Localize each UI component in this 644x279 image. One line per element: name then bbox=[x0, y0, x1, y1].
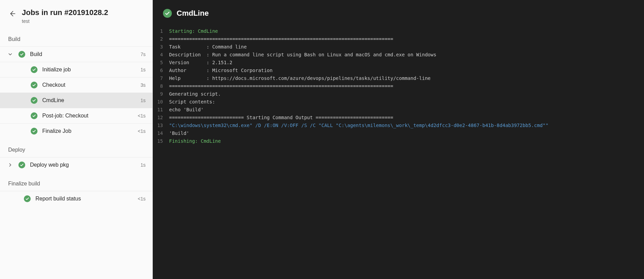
line-number: 12 bbox=[153, 114, 169, 122]
job-label: Report build status bbox=[35, 196, 133, 202]
chevron-right-icon[interactable] bbox=[7, 162, 14, 168]
line-text: ========================== Starting Comm… bbox=[169, 114, 393, 122]
log-line: 2=======================================… bbox=[153, 35, 644, 43]
line-text: ========================================… bbox=[169, 82, 393, 90]
chevron-down-icon[interactable] bbox=[7, 51, 14, 58]
line-text: Description : Run a command line script … bbox=[169, 51, 436, 59]
section-label: Build bbox=[0, 28, 152, 46]
line-number: 7 bbox=[153, 74, 169, 82]
job-label: Build bbox=[30, 51, 136, 57]
success-icon bbox=[18, 51, 25, 58]
step-label: Finalize Job bbox=[42, 128, 133, 134]
line-text: "C:\windows\system32\cmd.exe" /D /E:ON /… bbox=[169, 122, 549, 129]
job-row[interactable]: Deploy web pkg1s bbox=[0, 157, 152, 172]
step-row[interactable]: CmdLine1s bbox=[0, 93, 152, 108]
section-label: Deploy bbox=[0, 139, 152, 157]
step-row[interactable]: Post-job: Checkout<1s bbox=[0, 108, 152, 123]
line-number: 15 bbox=[153, 137, 169, 145]
step-label: CmdLine bbox=[42, 97, 136, 103]
job-label: Deploy web pkg bbox=[30, 162, 136, 168]
step-label: Post-job: Checkout bbox=[42, 113, 133, 119]
log-line: 6Author : Microsoft Corporation bbox=[153, 67, 644, 74]
job-row[interactable]: Build7s bbox=[0, 46, 152, 62]
log-line: 12========================== Starting Co… bbox=[153, 114, 644, 122]
log-line: 14'Build' bbox=[153, 129, 644, 137]
line-number: 13 bbox=[153, 122, 169, 129]
line-number: 9 bbox=[153, 90, 169, 98]
line-text: Script contents: bbox=[169, 98, 215, 106]
step-duration: 1s bbox=[140, 67, 146, 72]
line-number: 4 bbox=[153, 51, 169, 59]
step-row[interactable]: Initialize job1s bbox=[0, 62, 152, 77]
line-text: 'Build' bbox=[169, 129, 189, 137]
line-number: 11 bbox=[153, 106, 169, 114]
line-number: 2 bbox=[153, 35, 169, 43]
page-subtitle: test bbox=[22, 18, 144, 24]
success-icon bbox=[163, 9, 172, 18]
log-line: 8=======================================… bbox=[153, 82, 644, 90]
task-header: CmdLine bbox=[153, 0, 644, 24]
step-duration: 1s bbox=[140, 98, 146, 103]
line-number: 14 bbox=[153, 129, 169, 137]
line-text: Starting: CmdLine bbox=[169, 27, 218, 35]
line-text: Help : https://docs.microsoft.com/azure/… bbox=[169, 74, 431, 82]
task-log[interactable]: 1Starting: CmdLine2=====================… bbox=[153, 24, 644, 149]
success-icon bbox=[31, 66, 38, 73]
log-line: 9Generating script. bbox=[153, 90, 644, 98]
line-number: 5 bbox=[153, 59, 169, 67]
line-number: 10 bbox=[153, 98, 169, 106]
log-line: 13"C:\windows\system32\cmd.exe" /D /E:ON… bbox=[153, 122, 644, 129]
log-line: 15Finishing: CmdLine bbox=[153, 137, 644, 145]
line-number: 3 bbox=[153, 43, 169, 51]
log-line: 1Starting: CmdLine bbox=[153, 27, 644, 35]
page-title: Jobs in run #20191028.2 bbox=[22, 8, 144, 17]
job-row[interactable]: Report build status<1s bbox=[0, 191, 152, 206]
success-icon bbox=[24, 195, 31, 202]
step-row[interactable]: Finalize Job<1s bbox=[0, 123, 152, 139]
step-row[interactable]: Checkout3s bbox=[0, 77, 152, 93]
arrow-left-icon bbox=[9, 10, 16, 17]
line-number: 8 bbox=[153, 82, 169, 90]
back-button[interactable] bbox=[8, 10, 16, 18]
log-line: 11echo 'Build' bbox=[153, 106, 644, 114]
success-icon bbox=[31, 112, 38, 119]
line-text: Generating script. bbox=[169, 90, 221, 98]
step-label: Checkout bbox=[42, 82, 136, 88]
line-number: 6 bbox=[153, 67, 169, 74]
success-icon bbox=[31, 97, 38, 104]
step-duration: <1s bbox=[138, 113, 146, 118]
log-pane: CmdLine 1Starting: CmdLine2=============… bbox=[153, 0, 644, 279]
line-text: ========================================… bbox=[169, 35, 393, 43]
sidebar-header: Jobs in run #20191028.2 test bbox=[0, 0, 152, 28]
log-line: 4Description : Run a command line script… bbox=[153, 51, 644, 59]
log-line: 5Version : 2.151.2 bbox=[153, 59, 644, 67]
task-title: CmdLine bbox=[177, 9, 209, 18]
line-number: 1 bbox=[153, 27, 169, 35]
log-line: 7Help : https://docs.microsoft.com/azure… bbox=[153, 74, 644, 82]
success-icon bbox=[31, 82, 38, 88]
line-text: Version : 2.151.2 bbox=[169, 59, 232, 67]
line-text: Finishing: CmdLine bbox=[169, 137, 221, 145]
step-duration: 3s bbox=[140, 82, 146, 88]
sidebar: Jobs in run #20191028.2 test BuildBuild7… bbox=[0, 0, 153, 279]
success-icon bbox=[18, 162, 25, 168]
section-label: Finalize build bbox=[0, 172, 152, 191]
step-label: Initialize job bbox=[42, 67, 136, 73]
line-text: echo 'Build' bbox=[169, 106, 204, 114]
job-duration: 1s bbox=[140, 162, 146, 168]
line-text: Author : Microsoft Corporation bbox=[169, 67, 272, 74]
log-line: 10Script contents: bbox=[153, 98, 644, 106]
log-line: 3Task : Command line bbox=[153, 43, 644, 51]
job-duration: 7s bbox=[140, 52, 146, 57]
step-duration: <1s bbox=[138, 128, 146, 134]
line-text: Task : Command line bbox=[169, 43, 247, 51]
job-duration: <1s bbox=[138, 196, 146, 201]
success-icon bbox=[31, 128, 38, 135]
